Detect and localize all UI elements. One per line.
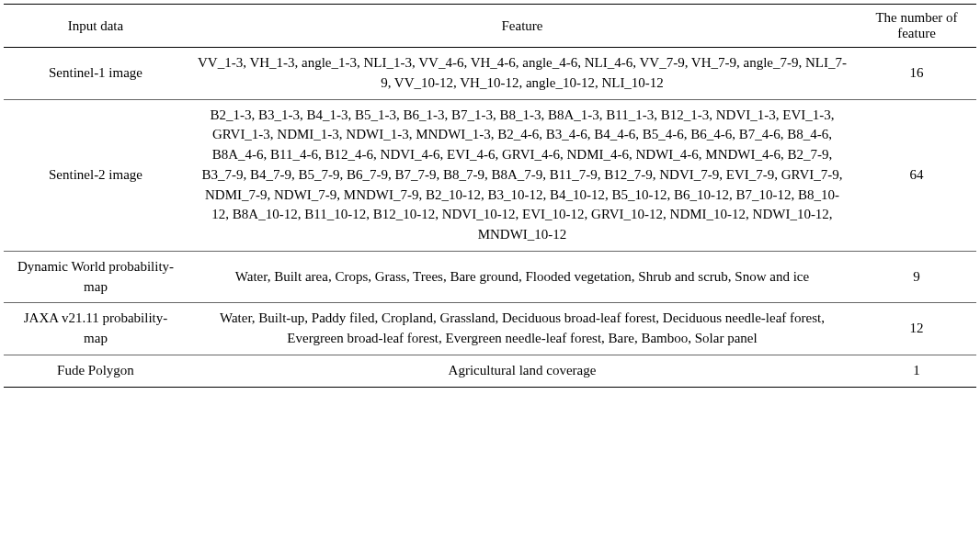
cell-feature: Agricultural land coverage bbox=[188, 355, 857, 387]
cell-count: 12 bbox=[857, 303, 976, 355]
cell-input: Sentinel-2 image bbox=[4, 99, 188, 251]
cell-count: 9 bbox=[857, 251, 976, 303]
cell-feature: B2_1-3, B3_1-3, B4_1-3, B5_1-3, B6_1-3, … bbox=[188, 99, 857, 251]
table-row: Sentinel-2 image B2_1-3, B3_1-3, B4_1-3,… bbox=[4, 99, 976, 251]
cell-input: Dynamic World probability-map bbox=[4, 251, 188, 303]
table-row: Fude Polygon Agricultural land coverage … bbox=[4, 355, 976, 387]
header-count: The number of feature bbox=[857, 5, 976, 48]
cell-count: 16 bbox=[857, 48, 976, 100]
cell-feature: Water, Built area, Crops, Grass, Trees, … bbox=[188, 251, 857, 303]
header-feature: Feature bbox=[188, 5, 857, 48]
cell-count: 64 bbox=[857, 99, 976, 251]
feature-table: Input data Feature The number of feature… bbox=[4, 4, 976, 388]
cell-count: 1 bbox=[857, 355, 976, 387]
table-header-row: Input data Feature The number of feature bbox=[4, 5, 976, 48]
table-row: Sentinel-1 image VV_1-3, VH_1-3, angle_1… bbox=[4, 48, 976, 100]
table-row: JAXA v21.11 probability-map Water, Built… bbox=[4, 303, 976, 355]
cell-input: Fude Polygon bbox=[4, 355, 188, 387]
header-input: Input data bbox=[4, 5, 188, 48]
table-row: Dynamic World probability-map Water, Bui… bbox=[4, 251, 976, 303]
cell-feature: Water, Built-up, Paddy filed, Cropland, … bbox=[188, 303, 857, 355]
cell-input: Sentinel-1 image bbox=[4, 48, 188, 100]
cell-feature: VV_1-3, VH_1-3, angle_1-3, NLI_1-3, VV_4… bbox=[188, 48, 857, 100]
cell-input: JAXA v21.11 probability-map bbox=[4, 303, 188, 355]
